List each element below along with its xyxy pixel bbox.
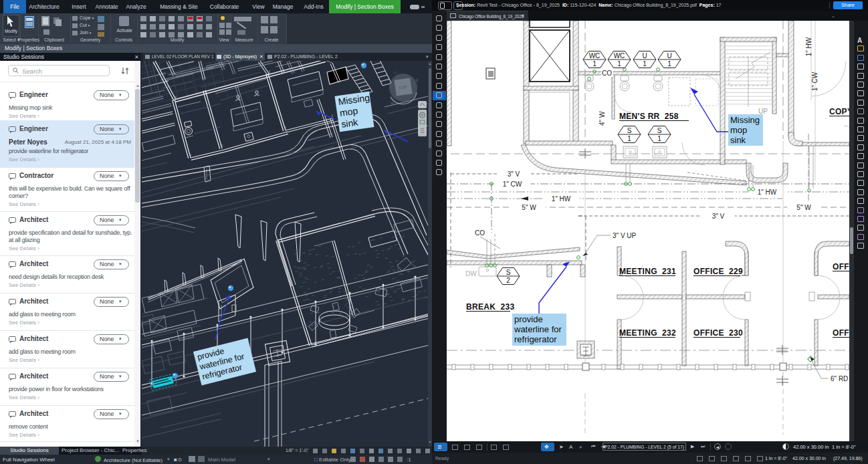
svg-text:OFFICE 229: OFFICE 229 [693,267,743,276]
svg-text:1" CW: 1" CW [811,72,819,91]
svg-text:COPY 2: COPY 2 [829,107,849,116]
svg-text:CO: CO [475,229,485,237]
svg-text:3" V: 3" V [712,213,725,220]
svg-text:WC: WC [589,52,601,60]
svg-text:BREAK 233: BREAK 233 [466,302,514,312]
svg-text:5" W: 5" W [522,204,536,211]
svg-text:provide: provide [514,314,543,324]
svg-text:S: S [657,127,662,134]
svg-text:mop: mop [730,125,747,135]
svg-text:3" V: 3" V [508,170,520,178]
svg-text:DW: DW [465,270,477,277]
svg-text:6" RD: 6" RD [831,375,848,382]
svg-text:MEETING 231: MEETING 231 [619,267,676,276]
svg-text:1: 1 [643,60,647,68]
svg-text:1" HW: 1" HW [758,189,777,196]
svg-text:MEETING 232: MEETING 232 [619,328,676,338]
svg-text:UP: UP [758,108,768,115]
svg-text:OFFICE 2: OFFICE 2 [833,328,849,338]
svg-text:U: U [642,52,647,60]
svg-text:Missing: Missing [730,115,760,125]
svg-text:OFFICE 2: OFFICE 2 [833,262,849,271]
svg-text:W: W [391,101,395,105]
svg-text:sink: sink [730,135,746,145]
svg-text:1: 1 [592,60,596,68]
svg-text:OFFICE 230: OFFICE 230 [693,328,743,338]
svg-text:refrigerator: refrigerator [514,334,557,344]
svg-text:3" V UP: 3" V UP [613,232,637,239]
svg-text:2: 2 [506,277,510,284]
svg-text:1: 1 [657,135,661,142]
svg-text:MEN'S RR 258: MEN'S RR 258 [619,112,679,121]
svg-text:1" HW: 1" HW [552,195,571,203]
svg-text:4" W: 4" W [599,111,606,126]
svg-text:1" CW: 1" CW [503,181,522,188]
svg-text:CO: CO [602,70,612,77]
svg-text:5" W: 5" W [796,204,811,211]
svg-text:1" HW: 1" HW [805,37,812,56]
svg-text:S: S [506,269,511,276]
svg-text:S: S [627,127,632,134]
svg-text:1: 1 [617,60,621,68]
svg-text:E: E [416,78,419,82]
svg-text:1: 1 [627,135,631,142]
svg-text:waterline for: waterline for [514,324,562,334]
svg-text:U: U [667,52,671,60]
svg-text:1: 1 [667,60,671,68]
svg-text:WC: WC [614,52,625,60]
